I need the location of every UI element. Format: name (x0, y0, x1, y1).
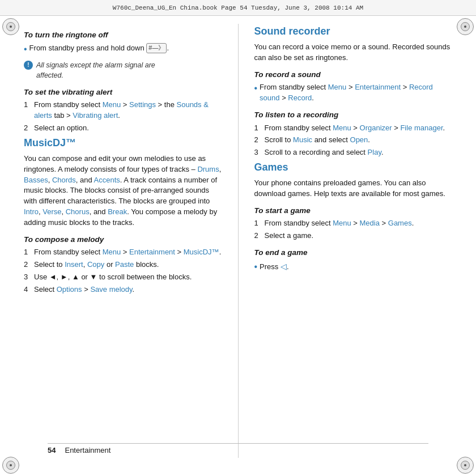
compose-step-2: 2 Select to Insert, Copy or Paste blocks… (24, 260, 222, 270)
page-container: W760c_Deena_UG_En China.book Page 54 Tue… (0, 0, 476, 476)
intro-link[interactable]: Intro (24, 207, 39, 216)
listen-step-3-text: Scroll to a recording and select Play. (265, 147, 384, 158)
left-column: To turn the ringtone off • From standby … (24, 24, 239, 458)
compose-step-4: 4 Select Options > Save melody. (24, 284, 222, 295)
vibrating-step-1: 1 From standby select Menu > Settings > … (24, 100, 222, 121)
listen-recording-heading: To listen to a recording (254, 109, 453, 121)
vibrating-step-2: 2 Select an option. (24, 123, 222, 134)
verse-link[interactable]: Verse (42, 207, 61, 216)
play-link[interactable]: Play (368, 148, 381, 156)
save-melody-link[interactable]: Save melody (90, 285, 132, 294)
record-sound-link[interactable]: Record sound (260, 83, 433, 102)
games-intro: Your phone contains preloaded games. You… (254, 178, 453, 199)
listen-step-1-text: From standby select Menu > Organizer > F… (265, 123, 445, 134)
bullet-icon-2: • (254, 82, 258, 95)
record-sound-heading: To record a sound (254, 69, 453, 80)
sound-recorder-heading: Sound recorder (254, 24, 453, 39)
musicdj-heading: MusicDJ™ (24, 135, 222, 150)
bullet-icon-3: • (254, 260, 258, 273)
step-num: 2 (24, 123, 32, 134)
ringtone-section: To turn the ringtone off • From standby … (24, 29, 222, 81)
end-game-text: Press ◁. (260, 261, 288, 273)
start-game-heading: To start a game (254, 205, 453, 216)
menu-link-2[interactable]: Menu (103, 248, 121, 256)
compose-step-2-text: Select to Insert, Copy or Paste blocks. (34, 260, 159, 270)
listen-step-1: 1 From standby select Menu > Organizer >… (254, 123, 453, 134)
end-game-bullet: • Press ◁. (254, 261, 453, 273)
sound-recorder-section: Sound recorder You can record a voice me… (254, 24, 453, 158)
warning-text: All signals except the alarm signal area… (36, 61, 155, 80)
content-area: To turn the ringtone off • From standby … (24, 16, 452, 458)
vibrating-step-1-text: From standby select Menu > Settings > th… (34, 100, 222, 121)
corner-bottom-left (0, 456, 20, 476)
basses-link[interactable]: Basses (24, 176, 48, 184)
options-link[interactable]: Options (57, 285, 82, 294)
step-num: 2 (254, 231, 262, 241)
header-bar: W760c_Deena_UG_En China.book Page 54 Tue… (0, 0, 476, 16)
ringtone-bullet: • From standby press and hold down #—》. (24, 43, 222, 56)
step-num: 2 (254, 135, 262, 146)
vibrating-section: To set the vibrating alert 1 From standb… (24, 87, 222, 134)
ringtone-heading: To turn the ringtone off (24, 29, 222, 41)
listen-step-3: 3 Scroll to a recording and select Play. (254, 147, 453, 158)
compose-step-1: 1 From standby select Menu > Entertainme… (24, 247, 222, 258)
compose-step-3-text: Use ◄, ►, ▲ or ▼ to scroll between the b… (34, 272, 192, 283)
chords-link[interactable]: Chords (52, 176, 76, 184)
musicdj-intro: You can compose and edit your own melodi… (24, 154, 222, 228)
bullet-icon: • (24, 42, 27, 56)
step-num: 1 (254, 218, 262, 229)
copy-link[interactable]: Copy (87, 260, 104, 269)
organizer-link[interactable]: Organizer (360, 124, 392, 132)
warning-icon: ! (24, 61, 33, 70)
start-step-1-text: From standby select Menu > Media > Games… (265, 218, 414, 229)
menu-link-4[interactable]: Menu (333, 124, 351, 132)
drums-link[interactable]: Drums (197, 165, 219, 173)
settings-link[interactable]: Settings (129, 100, 156, 109)
vibrating-heading: To set the vibrating alert (24, 87, 222, 98)
footer-section: Entertainment (65, 446, 110, 454)
entertainment-link-2[interactable]: Entertainment (355, 83, 401, 91)
footer: 54 Entertainment (48, 443, 428, 454)
footer-page-number: 54 (48, 446, 56, 454)
paste-link[interactable]: Paste (115, 260, 134, 269)
step-num: 2 (24, 260, 32, 270)
chorus-link[interactable]: Chorus (66, 207, 90, 216)
entertainment-link[interactable]: Entertainment (129, 248, 175, 256)
menu-link-5[interactable]: Menu (333, 219, 351, 227)
games-link[interactable]: Games (388, 219, 412, 227)
sound-recorder-intro: You can record a voice memo or a sound. … (254, 42, 453, 63)
musicdj-section: MusicDJ™ You can compose and edit your o… (24, 135, 222, 295)
open-link[interactable]: Open (350, 135, 368, 144)
musicdj-link[interactable]: MusicDJ™ (184, 248, 219, 256)
break-link[interactable]: Break (108, 207, 127, 216)
hash-key: #—》 (146, 43, 167, 53)
file-manager-link[interactable]: File manager (400, 124, 443, 132)
sounds-alerts-link[interactable]: Sounds & alerts (34, 100, 209, 120)
insert-link[interactable]: Insert (65, 260, 83, 269)
warning-box: ! All signals except the alarm signal ar… (24, 60, 222, 81)
end-game-heading: To end a game (254, 247, 453, 258)
record-sound-bullet: • From standby select Menu > Entertainme… (254, 82, 453, 104)
two-column-layout: To turn the ringtone off • From standby … (24, 16, 452, 458)
step-num: 1 (24, 100, 32, 110)
warning-content: All signals except the alarm signal area… (36, 60, 155, 81)
corner-top-right (456, 16, 476, 36)
games-section: Games Your phone contains preloaded game… (254, 160, 453, 273)
music-link[interactable]: Music (293, 135, 312, 144)
record-link[interactable]: Record (288, 94, 312, 102)
compose-heading: To compose a melody (24, 234, 222, 245)
accents-link[interactable]: Accents (94, 176, 120, 184)
games-heading: Games (254, 160, 453, 175)
start-step-2: 2 Select a game. (254, 231, 453, 241)
menu-link[interactable]: Menu (103, 100, 121, 109)
media-link[interactable]: Media (360, 219, 380, 227)
menu-link-3[interactable]: Menu (328, 83, 347, 91)
corner-bottom-right (456, 456, 476, 476)
step-num: 1 (254, 123, 262, 134)
header-text: W760c_Deena_UG_En China.book Page 54 Tue… (113, 5, 363, 11)
ringtone-text: From standby press and hold down #—》. (29, 43, 169, 54)
compose-step-3: 3 Use ◄, ►, ▲ or ▼ to scroll between the… (24, 272, 222, 283)
vibrating-step-2-text: Select an option. (34, 123, 89, 134)
vibrating-alert-link[interactable]: Vibrating alert (73, 111, 118, 120)
corner-top-left (0, 16, 20, 36)
